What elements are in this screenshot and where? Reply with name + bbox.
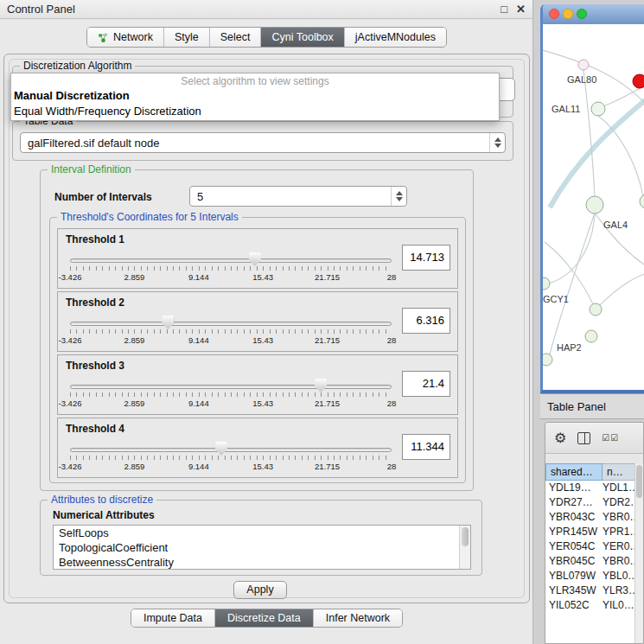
table-row[interactable]: YPR145W YPR1…: [545, 525, 636, 539]
threshold-3-thumb[interactable]: [315, 379, 327, 392]
tab-cyni-toolbox[interactable]: Cyni Toolbox: [261, 28, 344, 47]
intervals-stepper-icon[interactable]: [391, 187, 406, 206]
table-row[interactable]: YBR045C YBR0…: [545, 554, 636, 569]
cell: YIL052C: [545, 598, 599, 613]
threshold-2-label: Threshold 2: [66, 296, 124, 309]
list-item[interactable]: TopologicalCoefficient: [54, 540, 470, 555]
node[interactable]: [585, 330, 597, 342]
threshold-1-slider[interactable]: -3.426 2.859 9.144 15.43 21.715 28: [70, 252, 392, 284]
mac-close-icon[interactable]: [549, 9, 559, 19]
threshold-2-ticks: [70, 329, 392, 334]
apply-button[interactable]: Apply: [233, 581, 287, 599]
table-row[interactable]: YDL19… YDL1…: [545, 481, 636, 495]
scale-label: 15.43: [252, 335, 273, 345]
tab-impute-data[interactable]: Impute Data: [131, 609, 215, 627]
threshold-4-track[interactable]: [70, 448, 392, 452]
network-view-window: GAL80 GAL11 GAL4 GCY1 HAP2: [540, 4, 644, 393]
tab-jactivemnodules[interactable]: jActiveMNodules: [345, 28, 446, 47]
scale-label: -3.426: [59, 335, 82, 345]
node-label: GCY1: [543, 294, 569, 304]
scale-label: 21.715: [315, 335, 340, 345]
threshold-2-value-field[interactable]: 6.316: [402, 308, 450, 334]
table-row[interactable]: YER054C YER0…: [545, 539, 636, 554]
threshold-2-track[interactable]: [70, 322, 392, 326]
column-header-shared-name[interactable]: shared…: [545, 463, 603, 481]
table-data-combobox[interactable]: galFiltered.sif default node: [20, 132, 506, 153]
node[interactable]: [591, 102, 605, 116]
algorithm-option-equal-width[interactable]: Equal Width/Frequency Discretization: [11, 104, 499, 119]
threshold-3-panel: Threshold 3 -3.426 2.859 9.144 15.43 21.…: [57, 354, 458, 415]
network-window-titlebar[interactable]: [543, 4, 644, 24]
tab-style[interactable]: Style: [164, 28, 210, 47]
threshold-4-scale: -3.426 2.859 9.144 15.43 21.715 28: [70, 462, 392, 472]
scale-label: 21.715: [315, 399, 340, 408]
node[interactable]: [590, 303, 602, 316]
node-label: HAP2: [557, 342, 582, 353]
attributes-list-scrollbar[interactable]: [459, 526, 470, 569]
node[interactable]: [640, 194, 644, 208]
table-row[interactable]: YLR345W YLR3…: [545, 583, 636, 598]
mac-zoom-icon[interactable]: [577, 9, 587, 19]
table-data-group: Table Data galFiltered.sif default node: [12, 121, 513, 161]
numerical-attributes-label: Numerical Attributes: [53, 509, 155, 521]
screen: Control Panel □ ✕ Network: [0, 0, 644, 644]
table-row[interactable]: YDR27… YDR2…: [545, 495, 636, 510]
number-of-intervals-combobox[interactable]: 5: [189, 186, 407, 207]
threshold-2-thumb[interactable]: [162, 316, 174, 329]
list-item[interactable]: SelfLoops: [54, 526, 470, 540]
bottom-tab-bar: Impute Data Discretize Data Infer Networ…: [0, 609, 533, 628]
threshold-1-value-field[interactable]: 14.713: [402, 245, 450, 271]
numerical-attributes-list[interactable]: SelfLoops TopologicalCoefficient Between…: [53, 525, 471, 570]
checkbox-icons[interactable]: ☑☑: [602, 433, 619, 443]
table-scrollbar[interactable]: [634, 463, 643, 643]
close-icon[interactable]: ✕: [516, 3, 526, 16]
threshold-2-slider[interactable]: -3.426 2.859 9.144 15.43 21.715 28: [70, 315, 392, 348]
cell: YDR2…: [599, 495, 636, 510]
attributes-group: Attributes to discretize Numerical Attri…: [40, 500, 482, 576]
table-row[interactable]: YBR043C YBR0…: [545, 510, 636, 525]
cell: YPR1…: [599, 525, 636, 539]
mac-minimize-icon[interactable]: [563, 9, 573, 19]
table-body[interactable]: YDL19… YDL1… YDR27… YDR2… YBR043C YBR0… …: [545, 481, 636, 643]
node-label: GAL80: [567, 74, 596, 85]
threshold-1-thumb[interactable]: [249, 252, 261, 266]
scale-label: 15.43: [252, 399, 273, 408]
cell: YPR145W: [545, 525, 599, 539]
table-row[interactable]: YIL052C YIL0…: [545, 598, 636, 613]
network-canvas[interactable]: GAL80 GAL11 GAL4 GCY1 HAP2: [543, 24, 644, 390]
threshold-4-thumb[interactable]: [215, 442, 227, 456]
columns-icon[interactable]: [577, 432, 590, 444]
algorithm-option-manual[interactable]: Manual Discretization: [11, 88, 499, 104]
control-panel-titlebar[interactable]: Control Panel □ ✕: [0, 0, 532, 19]
interval-definition-title: Interval Definition: [48, 163, 135, 175]
scale-label: 28: [387, 399, 397, 408]
node[interactable]: [586, 196, 603, 214]
node[interactable]: [578, 60, 589, 70]
table-row[interactable]: YBL079W YBL0…: [545, 569, 636, 583]
threshold-4-slider[interactable]: -3.426 2.859 9.144 15.43 21.715 28: [70, 441, 392, 474]
number-of-intervals-value: 5: [197, 190, 203, 203]
cell: YER054C: [545, 539, 599, 554]
threshold-3-scale: -3.426 2.859 9.144 15.43 21.715 28: [70, 399, 392, 409]
combo-stepper-icon[interactable]: [489, 133, 505, 152]
tab-network[interactable]: Network: [87, 28, 164, 47]
control-panel-window: Control Panel □ ✕ Network: [0, 0, 533, 644]
float-window-icon[interactable]: □: [501, 3, 507, 16]
table-data-selected-value: galFiltered.sif default node: [28, 137, 159, 150]
tab-infer-network[interactable]: Infer Network: [314, 609, 402, 627]
tab-discretize-data[interactable]: Discretize Data: [215, 609, 314, 627]
node[interactable]: [543, 277, 550, 290]
threshold-3-track[interactable]: [70, 385, 392, 389]
gear-icon[interactable]: ⚙: [554, 430, 566, 446]
threshold-4-value-field[interactable]: 11.344: [402, 434, 450, 460]
threshold-3-slider[interactable]: -3.426 2.859 9.144 15.43 21.715 28: [70, 378, 392, 411]
threshold-3-value-field[interactable]: 21.4: [402, 371, 450, 397]
threshold-2-panel: Threshold 2 -3.426 2.859 9.144 15.43 21.…: [57, 291, 458, 352]
scale-label: 2.859: [124, 462, 145, 471]
threshold-1-track[interactable]: [70, 258, 392, 263]
list-item[interactable]: BetweennessCentrality: [54, 555, 470, 570]
node[interactable]: [543, 354, 552, 366]
node-selected-red[interactable]: [633, 74, 644, 88]
tab-style-label: Style: [175, 31, 199, 43]
tab-select[interactable]: Select: [210, 28, 262, 47]
